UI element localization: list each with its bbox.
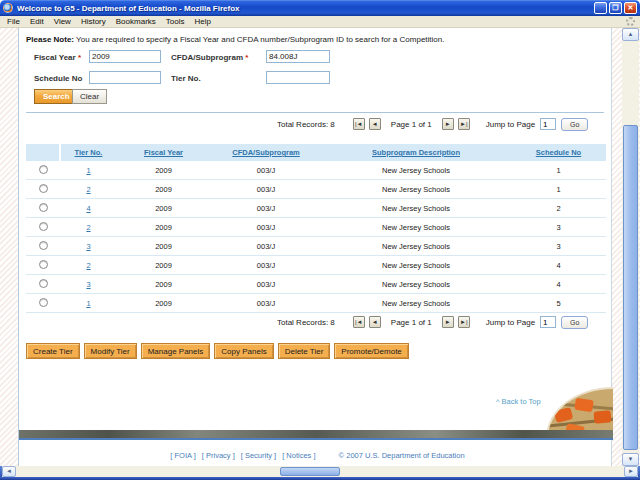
close-icon: ✕ <box>628 4 634 11</box>
jump-to-page-label: Jump to Page <box>486 318 535 327</box>
action-button[interactable]: Promote/Demote <box>334 343 408 359</box>
action-button[interactable]: Modify Tier <box>84 343 137 359</box>
first-page-button[interactable]: |◄ <box>353 118 365 130</box>
subprogram-description-cell: New Jersey Schools <box>321 185 511 194</box>
menu-item[interactable]: File <box>2 17 25 26</box>
subprogram-description-cell: New Jersey Schools <box>321 299 511 308</box>
subprogram-description-cell: New Jersey Schools <box>321 261 511 270</box>
row-radio-button[interactable] <box>39 241 48 250</box>
schedule-no-cell: 3 <box>511 223 606 232</box>
action-button-bar: Create TierModify TierManage PanelsCopy … <box>26 343 409 359</box>
page-viewport: Please Note: You are required to specify… <box>0 28 640 466</box>
jump-to-page-input[interactable] <box>540 316 556 328</box>
column-header-tier-no[interactable]: Tier No. <box>75 148 103 157</box>
action-button[interactable]: Copy Panels <box>214 343 273 359</box>
schedule-no-input[interactable] <box>89 71 161 84</box>
prev-page-icon: ◄ <box>372 121 378 127</box>
minimize-button[interactable]: _ <box>594 2 607 14</box>
menu-item[interactable]: View <box>49 17 76 26</box>
go-button[interactable]: Go <box>561 118 588 131</box>
subprogram-description-cell: New Jersey Schools <box>321 166 511 175</box>
tier-link[interactable]: 1 <box>86 299 90 308</box>
first-page-button[interactable]: |◄ <box>353 316 365 328</box>
column-header-schedule-no[interactable]: Schedule No <box>536 148 581 157</box>
row-radio-button[interactable] <box>39 203 48 212</box>
menu-item[interactable]: History <box>76 17 111 26</box>
table-row: 2 2009 003/J New Jersey Schools 1 <box>26 180 606 199</box>
subprogram-description-cell: New Jersey Schools <box>321 280 511 289</box>
window-title: Welcome to G5 - Department of Education … <box>17 4 594 13</box>
restore-button[interactable]: ❐ <box>609 2 622 14</box>
tier-link[interactable]: 2 <box>86 223 90 232</box>
table-row: 3 2009 003/J New Jersey Schools 3 <box>26 237 606 256</box>
cfda-cell: 003/J <box>211 185 321 194</box>
tier-link[interactable]: 4 <box>86 204 90 213</box>
cfda-label-text: CFDA/Subprogram <box>171 53 243 62</box>
cfda-input[interactable] <box>266 50 330 63</box>
next-page-icon: ► <box>445 121 451 127</box>
menu-item[interactable]: Bookmarks <box>111 17 161 26</box>
back-to-top-link[interactable]: ^ Back to Top <box>496 397 541 406</box>
schedule-no-cell: 3 <box>511 242 606 251</box>
scroll-left-button[interactable]: ◄ <box>2 466 16 477</box>
tier-no-input[interactable] <box>266 71 330 84</box>
row-radio-button[interactable] <box>39 222 48 231</box>
tier-link[interactable]: 3 <box>86 280 90 289</box>
prev-page-button[interactable]: ◄ <box>369 118 381 130</box>
horizontal-scrollbar-strip: ◄ ► <box>0 466 640 477</box>
tier-link[interactable]: 1 <box>86 166 90 175</box>
vertical-scrollbar[interactable]: ▲ ▼ <box>622 28 639 466</box>
horizontal-scrollbar-thumb[interactable] <box>280 467 340 476</box>
tier-link[interactable]: 3 <box>86 242 90 251</box>
row-radio-button[interactable] <box>39 298 48 307</box>
clear-button[interactable]: Clear <box>72 89 107 104</box>
column-header-cfda-subprogram[interactable]: CFDA/Subprogram <box>232 148 300 157</box>
jump-to-page-input[interactable] <box>540 118 556 130</box>
next-page-button[interactable]: ► <box>442 118 454 130</box>
notice-body: You are required to specify a Fiscal Yea… <box>74 35 444 44</box>
scroll-down-button[interactable]: ▼ <box>622 453 639 466</box>
next-page-button[interactable]: ► <box>442 316 454 328</box>
fiscal-year-input[interactable] <box>89 50 161 63</box>
column-header-fiscal-year[interactable]: Fiscal Year <box>144 148 183 157</box>
menu-item[interactable]: Help <box>189 17 215 26</box>
row-radio-button[interactable] <box>39 279 48 288</box>
jump-to-page-label: Jump to Page <box>486 120 535 129</box>
tier-link[interactable]: 2 <box>86 185 90 194</box>
notice-label: Please Note: <box>26 35 74 44</box>
title-bar: Welcome to G5 - Department of Education … <box>0 0 640 16</box>
pagination-bottom: Total Records: 8 |◄ ◄ Page 1 of 1 ► ►| J… <box>277 315 588 329</box>
row-radio-button[interactable] <box>39 260 48 269</box>
scroll-up-button[interactable]: ▲ <box>622 28 639 41</box>
cfda-cell: 003/J <box>211 223 321 232</box>
go-button[interactable]: Go <box>561 316 588 329</box>
action-button[interactable]: Delete Tier <box>278 343 331 359</box>
column-header-subprogram-description[interactable]: Subprogram Description <box>372 148 460 157</box>
scroll-right-icon: ► <box>628 468 634 474</box>
fiscal-year-cell: 2009 <box>116 185 211 194</box>
footer-link[interactable]: [ Privacy ] <box>202 451 235 460</box>
total-records-label: Total Records: 8 <box>277 120 335 129</box>
row-radio-button[interactable] <box>39 184 48 193</box>
prev-page-button[interactable]: ◄ <box>369 316 381 328</box>
horizontal-scrollbar[interactable]: ◄ ► <box>2 466 638 477</box>
action-button[interactable]: Create Tier <box>26 343 80 359</box>
menu-item[interactable]: Tools <box>161 17 190 26</box>
menu-item[interactable]: Edit <box>25 17 49 26</box>
footer-link[interactable]: [ Security ] <box>241 451 276 460</box>
schedule-no-cell: 4 <box>511 261 606 270</box>
last-page-button[interactable]: ►| <box>458 316 470 328</box>
close-button[interactable]: ✕ <box>624 2 637 14</box>
vertical-scrollbar-thumb[interactable] <box>623 125 638 450</box>
scroll-right-button[interactable]: ► <box>624 466 638 477</box>
first-page-icon: |◄ <box>355 319 363 325</box>
footer-link[interactable]: [ FOIA ] <box>170 451 195 460</box>
row-radio-button[interactable] <box>39 165 48 174</box>
cfda-cell: 003/J <box>211 280 321 289</box>
tier-link[interactable]: 2 <box>86 261 90 270</box>
form-results-divider <box>26 112 604 113</box>
last-page-button[interactable]: ►| <box>458 118 470 130</box>
footer-link[interactable]: [ Notices ] <box>282 451 315 460</box>
action-button[interactable]: Manage Panels <box>141 343 211 359</box>
table-row: 1 2009 003/J New Jersey Schools 5 <box>26 294 606 313</box>
